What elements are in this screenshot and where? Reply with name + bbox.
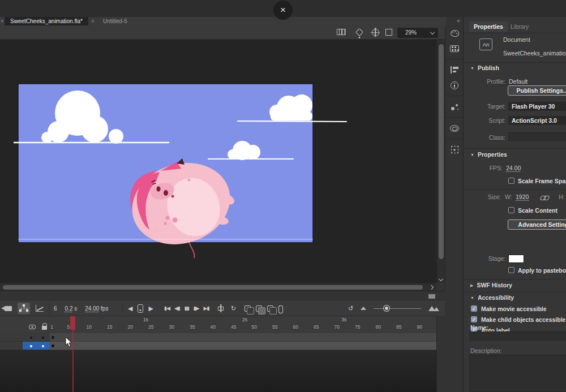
accessibility-checkbox[interactable]: ✓ bbox=[471, 305, 477, 312]
layer-toggle-dot[interactable] bbox=[30, 337, 32, 339]
document-name: SweetCheeks_animation bbox=[503, 50, 566, 57]
lock-icon[interactable] bbox=[42, 326, 47, 330]
pause-button[interactable]: ▮▮ bbox=[185, 305, 189, 311]
swatches-panel-button[interactable] bbox=[445, 41, 464, 56]
accessibility-checkbox[interactable]: ✓ bbox=[471, 316, 477, 322]
advanced-settings-button[interactable]: Advanced Settings... bbox=[508, 219, 566, 230]
timeline-zoom-slider[interactable] bbox=[374, 305, 421, 312]
tab-untitled5[interactable]: Untitled-5 bbox=[97, 17, 133, 25]
script-dropdown[interactable]: ActionScript 3.0 bbox=[508, 116, 566, 125]
apply-pasteboard-checkbox[interactable] bbox=[508, 267, 514, 273]
eye-visibility-icon[interactable] bbox=[29, 325, 36, 329]
name-input[interactable] bbox=[469, 331, 566, 341]
layer-toggle-dot[interactable] bbox=[30, 345, 32, 347]
creative-cloud-panel-button[interactable] bbox=[445, 120, 464, 136]
reset-timeline-zoom-icon[interactable]: ↺ bbox=[348, 305, 353, 312]
tab-close-icon[interactable]: × bbox=[1, 17, 4, 25]
zoom-level-dropdown[interactable]: 29% bbox=[397, 28, 438, 38]
transform-panel-button[interactable] bbox=[445, 142, 464, 157]
triangle-down-icon: ▼ bbox=[470, 296, 474, 300]
clip-outline-button[interactable] bbox=[383, 28, 395, 37]
edit-multiple-frames-icon[interactable] bbox=[267, 305, 273, 312]
layer-toggle-cell[interactable] bbox=[23, 342, 50, 350]
layer-toggle-dot[interactable] bbox=[42, 345, 44, 347]
properties-panel: Properties Library An Document SweetChee… bbox=[463, 17, 566, 392]
close-overlay-button[interactable]: × bbox=[273, 1, 293, 20]
vertical-scrollbar-thumb[interactable] bbox=[439, 44, 444, 259]
go-last-frame-button[interactable]: ▶▮ bbox=[204, 305, 209, 311]
layer-frames-strip[interactable] bbox=[50, 333, 436, 342]
modify-markers-icon[interactable] bbox=[278, 305, 285, 312]
layer-name-cell[interactable] bbox=[0, 333, 23, 342]
playhead-handle[interactable] bbox=[70, 316, 75, 330]
fps-value[interactable]: 24.00 bbox=[506, 165, 521, 171]
scale-frame-spans-label: Scale Frame Spans bbox=[518, 178, 566, 184]
script-label: Script: bbox=[488, 117, 505, 124]
slider-knob[interactable] bbox=[384, 305, 389, 311]
width-value[interactable]: 1920 bbox=[516, 193, 529, 200]
scale-frame-spans-checkbox[interactable] bbox=[508, 178, 514, 184]
horizontal-scrollbar[interactable] bbox=[0, 283, 436, 291]
doc-properties-section-header[interactable]: ▼Properties bbox=[470, 151, 507, 158]
vertical-scrollbar[interactable] bbox=[436, 40, 445, 283]
fill-color-button[interactable] bbox=[353, 28, 366, 37]
graph-editor-icon[interactable] bbox=[36, 305, 44, 312]
swf-history-section-header[interactable]: ▶SWF History bbox=[470, 282, 512, 288]
assets-panel-button[interactable] bbox=[445, 99, 464, 114]
tab-close-icon[interactable]: × bbox=[91, 17, 95, 25]
publish-settings-button[interactable]: Publish Settings... bbox=[508, 85, 566, 96]
class-input[interactable] bbox=[508, 132, 566, 141]
close-icon: × bbox=[280, 5, 286, 15]
tab-sweetcheeks[interactable]: SweetCheeks_animation.fla* bbox=[5, 17, 88, 25]
panel-icon-strip bbox=[445, 25, 463, 291]
playhead-line bbox=[72, 330, 74, 392]
stage-color-swatch[interactable] bbox=[508, 255, 524, 263]
target-dropdown[interactable]: Flash Player 30 bbox=[508, 102, 566, 111]
layer-toggle-cell[interactable] bbox=[23, 333, 50, 342]
zoom-out-frames-icon[interactable] bbox=[361, 307, 366, 310]
horizontal-scrollbar-thumb[interactable] bbox=[3, 285, 423, 290]
camera-layer-icon[interactable] bbox=[5, 306, 12, 311]
info-panel-button[interactable] bbox=[445, 77, 464, 93]
layer-name-cell[interactable] bbox=[0, 342, 23, 350]
timeline-menu-icon[interactable] bbox=[428, 294, 435, 299]
next-frame-button[interactable]: ▮▶ bbox=[194, 305, 199, 311]
step-forward-button[interactable]: ▶ bbox=[148, 305, 153, 312]
link-dimensions-icon[interactable] bbox=[541, 195, 548, 200]
center-playhead-icon[interactable] bbox=[217, 304, 224, 312]
divider bbox=[445, 59, 464, 59]
onion-skin-outline-icon[interactable] bbox=[256, 305, 262, 312]
accessibility-section-header[interactable]: ▼Accessibility bbox=[470, 294, 514, 301]
elapsed-time-field[interactable]: 0.2 bbox=[65, 305, 73, 312]
keyframe-dot[interactable] bbox=[52, 336, 54, 339]
stage-canvas[interactable] bbox=[0, 40, 436, 283]
layer-toggle-dot[interactable] bbox=[42, 337, 44, 339]
description-textarea[interactable] bbox=[469, 355, 566, 392]
collapse-panel-button[interactable]: « bbox=[453, 17, 464, 25]
layer-parenting-icon[interactable] bbox=[18, 303, 30, 314]
scroll-right-icon[interactable] bbox=[429, 285, 434, 290]
scale-content-checkbox[interactable] bbox=[508, 207, 514, 213]
step-back-button[interactable]: ◀ bbox=[128, 305, 132, 312]
align-panel-button[interactable] bbox=[445, 62, 464, 77]
scroll-down-icon[interactable] bbox=[439, 277, 443, 281]
keyframe-dot[interactable] bbox=[52, 344, 54, 347]
publish-section-header[interactable]: ▼Publish bbox=[470, 64, 499, 71]
registration-button[interactable] bbox=[369, 28, 381, 37]
tab-properties[interactable]: Properties bbox=[469, 21, 508, 32]
document-tab-bar: SweetCheeks_animation.fla* Untitled-5 bbox=[0, 17, 446, 25]
edit-symbols-button[interactable] bbox=[335, 28, 348, 37]
loop-playback-icon[interactable]: ↻ bbox=[231, 305, 236, 312]
go-first-frame-button[interactable]: ▮◀ bbox=[164, 305, 170, 311]
scrub-tool-icon[interactable] bbox=[138, 304, 143, 313]
frame-rate-field[interactable]: 24.00 bbox=[85, 305, 99, 312]
tab-library[interactable]: Library bbox=[506, 21, 533, 32]
name-label: Name: bbox=[470, 324, 488, 331]
color-palette-panel-button[interactable] bbox=[445, 25, 464, 41]
timeline-ruler[interactable]: 1s2s3s 151015202530354045505560657075808… bbox=[0, 316, 436, 333]
layer-frames-strip[interactable] bbox=[50, 342, 436, 350]
prev-frame-button[interactable]: ◀▮ bbox=[174, 305, 180, 311]
current-frame-field[interactable]: 6 bbox=[54, 305, 57, 312]
onion-skin-icon[interactable] bbox=[245, 305, 251, 312]
zoom-in-frames-icon[interactable] bbox=[428, 306, 440, 311]
